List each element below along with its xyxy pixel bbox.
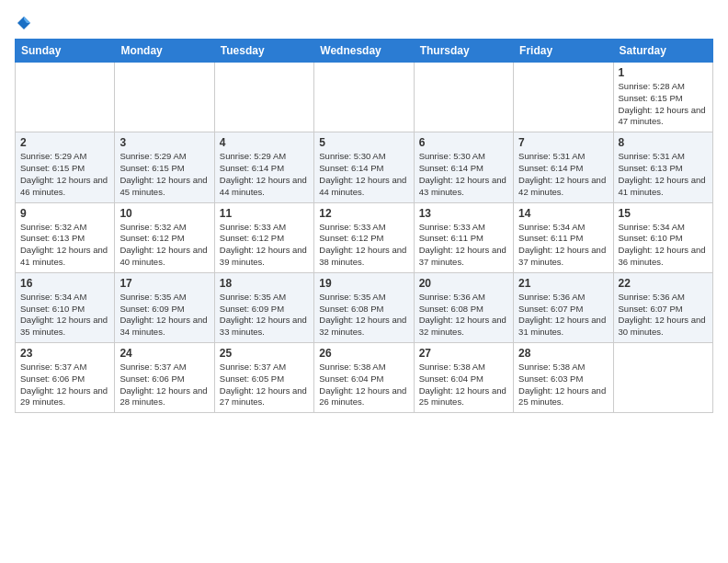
day-info: Sunrise: 5:34 AM Sunset: 6:10 PM Dayligh… [20, 292, 109, 339]
calendar-cell: 15Sunrise: 5:34 AM Sunset: 6:10 PM Dayli… [613, 202, 712, 272]
day-number: 23 [20, 347, 109, 360]
weekday-header-wednesday: Wednesday [314, 40, 414, 63]
day-info: Sunrise: 5:36 AM Sunset: 6:07 PM Dayligh… [619, 292, 708, 339]
day-info: Sunrise: 5:30 AM Sunset: 6:14 PM Dayligh… [419, 151, 508, 198]
day-number: 15 [619, 207, 708, 220]
day-info: Sunrise: 5:35 AM Sunset: 6:08 PM Dayligh… [319, 292, 408, 339]
calendar-cell: 11Sunrise: 5:33 AM Sunset: 6:12 PM Dayli… [214, 202, 313, 272]
calendar-week-row: 9Sunrise: 5:32 AM Sunset: 6:13 PM Daylig… [16, 202, 713, 272]
page-header [15, 15, 713, 31]
day-info: Sunrise: 5:36 AM Sunset: 6:07 PM Dayligh… [518, 292, 608, 339]
day-number: 4 [220, 136, 309, 149]
day-number: 18 [220, 277, 309, 290]
calendar-cell: 25Sunrise: 5:37 AM Sunset: 6:05 PM Dayli… [214, 343, 313, 413]
weekday-header-row: SundayMondayTuesdayWednesdayThursdayFrid… [16, 40, 713, 63]
day-number: 12 [319, 207, 408, 220]
calendar-cell: 24Sunrise: 5:37 AM Sunset: 6:06 PM Dayli… [115, 343, 214, 413]
day-number: 7 [518, 136, 608, 149]
calendar-week-row: 1Sunrise: 5:28 AM Sunset: 6:15 PM Daylig… [16, 63, 713, 132]
calendar-cell [514, 63, 613, 132]
calendar-week-row: 23Sunrise: 5:37 AM Sunset: 6:06 PM Dayli… [16, 343, 713, 413]
day-info: Sunrise: 5:29 AM Sunset: 6:15 PM Dayligh… [20, 151, 109, 198]
calendar-cell: 26Sunrise: 5:38 AM Sunset: 6:04 PM Dayli… [314, 343, 414, 413]
calendar-cell: 19Sunrise: 5:35 AM Sunset: 6:08 PM Dayli… [314, 272, 414, 342]
calendar-cell [613, 343, 712, 413]
calendar-cell: 22Sunrise: 5:36 AM Sunset: 6:07 PM Dayli… [613, 272, 712, 342]
day-number: 20 [419, 277, 508, 290]
calendar-cell: 21Sunrise: 5:36 AM Sunset: 6:07 PM Dayli… [514, 272, 613, 342]
calendar-cell: 1Sunrise: 5:28 AM Sunset: 6:15 PM Daylig… [613, 63, 712, 132]
day-number: 11 [220, 207, 309, 220]
logo [15, 15, 32, 31]
day-info: Sunrise: 5:31 AM Sunset: 6:13 PM Dayligh… [619, 151, 708, 198]
day-info: Sunrise: 5:33 AM Sunset: 6:12 PM Dayligh… [220, 222, 309, 269]
day-info: Sunrise: 5:35 AM Sunset: 6:09 PM Dayligh… [220, 292, 309, 339]
weekday-header-saturday: Saturday [613, 40, 712, 63]
calendar-cell: 10Sunrise: 5:32 AM Sunset: 6:12 PM Dayli… [115, 202, 214, 272]
day-number: 8 [619, 136, 708, 149]
calendar-cell [414, 63, 513, 132]
day-info: Sunrise: 5:31 AM Sunset: 6:14 PM Dayligh… [518, 151, 608, 198]
calendar-cell: 17Sunrise: 5:35 AM Sunset: 6:09 PM Dayli… [115, 272, 214, 342]
weekday-header-thursday: Thursday [414, 40, 513, 63]
calendar-cell: 8Sunrise: 5:31 AM Sunset: 6:13 PM Daylig… [613, 132, 712, 202]
day-number: 21 [518, 277, 608, 290]
day-number: 3 [119, 136, 209, 149]
day-number: 26 [319, 347, 408, 360]
calendar-cell: 16Sunrise: 5:34 AM Sunset: 6:10 PM Dayli… [16, 272, 115, 342]
weekday-header-friday: Friday [514, 40, 613, 63]
calendar-cell: 28Sunrise: 5:38 AM Sunset: 6:03 PM Dayli… [514, 343, 613, 413]
calendar-week-row: 16Sunrise: 5:34 AM Sunset: 6:10 PM Dayli… [16, 272, 713, 342]
calendar-cell: 7Sunrise: 5:31 AM Sunset: 6:14 PM Daylig… [514, 132, 613, 202]
calendar-cell: 13Sunrise: 5:33 AM Sunset: 6:11 PM Dayli… [414, 202, 513, 272]
calendar-cell: 18Sunrise: 5:35 AM Sunset: 6:09 PM Dayli… [214, 272, 313, 342]
day-info: Sunrise: 5:38 AM Sunset: 6:03 PM Dayligh… [518, 362, 608, 408]
calendar-cell: 20Sunrise: 5:36 AM Sunset: 6:08 PM Dayli… [414, 272, 513, 342]
calendar-cell: 14Sunrise: 5:34 AM Sunset: 6:11 PM Dayli… [514, 202, 613, 272]
day-info: Sunrise: 5:29 AM Sunset: 6:15 PM Dayligh… [119, 151, 209, 198]
calendar-cell [115, 63, 214, 132]
day-number: 2 [20, 136, 109, 149]
day-number: 14 [518, 207, 608, 220]
calendar-cell: 12Sunrise: 5:33 AM Sunset: 6:12 PM Dayli… [314, 202, 414, 272]
day-number: 9 [20, 207, 109, 220]
day-number: 16 [20, 277, 109, 290]
day-info: Sunrise: 5:37 AM Sunset: 6:05 PM Dayligh… [220, 362, 309, 408]
day-number: 6 [419, 136, 508, 149]
calendar-cell [16, 63, 115, 132]
day-info: Sunrise: 5:32 AM Sunset: 6:13 PM Dayligh… [20, 222, 109, 269]
day-number: 27 [419, 347, 508, 360]
day-info: Sunrise: 5:36 AM Sunset: 6:08 PM Dayligh… [419, 292, 508, 339]
calendar-cell: 4Sunrise: 5:29 AM Sunset: 6:14 PM Daylig… [214, 132, 313, 202]
day-number: 22 [619, 277, 708, 290]
day-number: 1 [619, 66, 708, 79]
day-number: 17 [119, 277, 209, 290]
calendar-cell: 23Sunrise: 5:37 AM Sunset: 6:06 PM Dayli… [16, 343, 115, 413]
day-info: Sunrise: 5:30 AM Sunset: 6:14 PM Dayligh… [319, 151, 408, 198]
calendar-cell: 3Sunrise: 5:29 AM Sunset: 6:15 PM Daylig… [115, 132, 214, 202]
calendar-cell: 6Sunrise: 5:30 AM Sunset: 6:14 PM Daylig… [414, 132, 513, 202]
day-number: 5 [319, 136, 408, 149]
calendar-cell: 27Sunrise: 5:38 AM Sunset: 6:04 PM Dayli… [414, 343, 513, 413]
weekday-header-monday: Monday [115, 40, 214, 63]
calendar-cell: 9Sunrise: 5:32 AM Sunset: 6:13 PM Daylig… [16, 202, 115, 272]
calendar-table: SundayMondayTuesdayWednesdayThursdayFrid… [15, 39, 713, 413]
day-number: 10 [119, 207, 209, 220]
calendar-cell: 2Sunrise: 5:29 AM Sunset: 6:15 PM Daylig… [16, 132, 115, 202]
day-info: Sunrise: 5:33 AM Sunset: 6:11 PM Dayligh… [419, 222, 508, 269]
logo-icon [16, 15, 32, 31]
day-info: Sunrise: 5:35 AM Sunset: 6:09 PM Dayligh… [119, 292, 209, 339]
weekday-header-sunday: Sunday [16, 40, 115, 63]
day-info: Sunrise: 5:29 AM Sunset: 6:14 PM Dayligh… [220, 151, 309, 198]
day-info: Sunrise: 5:34 AM Sunset: 6:10 PM Dayligh… [619, 222, 708, 269]
day-info: Sunrise: 5:34 AM Sunset: 6:11 PM Dayligh… [518, 222, 608, 269]
day-number: 24 [119, 347, 209, 360]
calendar-cell: 5Sunrise: 5:30 AM Sunset: 6:14 PM Daylig… [314, 132, 414, 202]
day-info: Sunrise: 5:28 AM Sunset: 6:15 PM Dayligh… [619, 81, 708, 128]
calendar-cell [314, 63, 414, 132]
day-info: Sunrise: 5:37 AM Sunset: 6:06 PM Dayligh… [20, 362, 109, 408]
day-number: 13 [419, 207, 508, 220]
day-info: Sunrise: 5:38 AM Sunset: 6:04 PM Dayligh… [419, 362, 508, 408]
calendar-week-row: 2Sunrise: 5:29 AM Sunset: 6:15 PM Daylig… [16, 132, 713, 202]
day-info: Sunrise: 5:38 AM Sunset: 6:04 PM Dayligh… [319, 362, 408, 408]
